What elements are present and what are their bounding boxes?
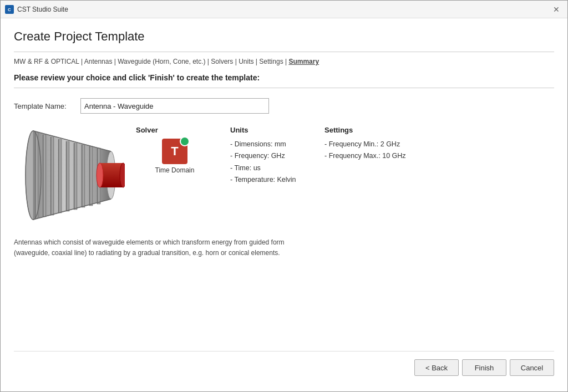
title-divider bbox=[14, 52, 554, 52]
template-name-input[interactable] bbox=[80, 98, 269, 114]
solver-icon-area: T Time Domain bbox=[136, 139, 214, 174]
antenna-illustration bbox=[14, 123, 125, 225]
solver-header: Solver bbox=[136, 126, 214, 134]
units-header: Units bbox=[230, 126, 308, 134]
page-title: Create Project Template bbox=[14, 29, 554, 44]
svg-rect-10 bbox=[89, 146, 93, 206]
cancel-button[interactable]: Cancel bbox=[510, 359, 554, 376]
footer: < Back Finish Cancel bbox=[14, 351, 554, 380]
description-text: Antennas which consist of waveguide elem… bbox=[14, 237, 302, 258]
main-info-area: Solver T Time Domain Units - Dimensions:… bbox=[14, 123, 554, 225]
breadcrumb-summary: Summary bbox=[288, 58, 319, 65]
window-title: CST Studio Suite bbox=[17, 6, 68, 13]
svg-rect-8 bbox=[74, 143, 77, 210]
breadcrumb-antennas: Antennas bbox=[84, 58, 113, 65]
breadcrumb-settings: Settings bbox=[259, 58, 283, 65]
app-icon: C bbox=[5, 5, 14, 14]
solver-column: Solver T Time Domain bbox=[136, 126, 214, 186]
units-item-dimensions: - Dimensions: mm bbox=[230, 139, 308, 150]
breadcrumb-solvers: Solvers bbox=[211, 58, 233, 65]
units-item-temperature: - Temperature: Kelvin bbox=[230, 174, 308, 186]
solver-icon-letter: T bbox=[171, 144, 178, 159]
settings-item-freq-min: - Frequency Min.: 2 GHz bbox=[324, 139, 406, 150]
title-bar: C CST Studio Suite ✕ bbox=[1, 1, 567, 18]
units-list: - Dimensions: mm - Frequency: GHz - Time… bbox=[230, 139, 308, 186]
settings-item-freq-max: - Frequency Max.: 10 GHz bbox=[324, 150, 406, 162]
svg-rect-5 bbox=[50, 137, 54, 215]
units-column: Units - Dimensions: mm - Frequency: GHz … bbox=[230, 126, 308, 186]
title-bar-left: C CST Studio Suite bbox=[5, 5, 68, 14]
main-content: Create Project Template MW & RF & OPTICA… bbox=[1, 18, 567, 391]
units-item-frequency: - Frequency: GHz bbox=[230, 150, 308, 162]
finish-button[interactable]: Finish bbox=[462, 359, 506, 376]
back-button[interactable]: < Back bbox=[414, 359, 459, 376]
solver-icon: T bbox=[162, 139, 187, 164]
svg-point-14 bbox=[97, 163, 103, 187]
svg-rect-9 bbox=[82, 145, 85, 207]
svg-rect-3 bbox=[35, 133, 38, 218]
settings-column: Settings - Frequency Min.: 2 GHz - Frequ… bbox=[324, 126, 406, 186]
settings-list: - Frequency Min.: 2 GHz - Frequency Max.… bbox=[324, 139, 406, 162]
instruction-text: Please review your choice and click 'Fin… bbox=[14, 73, 554, 88]
template-name-label: Template Name: bbox=[14, 102, 80, 110]
svg-rect-4 bbox=[43, 135, 46, 217]
close-button[interactable]: ✕ bbox=[550, 3, 563, 16]
template-name-row: Template Name: bbox=[14, 98, 554, 114]
main-window: C CST Studio Suite ✕ Create Project Temp… bbox=[0, 0, 568, 392]
svg-rect-6 bbox=[58, 139, 62, 213]
svg-text:C: C bbox=[8, 7, 11, 12]
info-columns: Solver T Time Domain Units - Dimensions:… bbox=[136, 123, 406, 186]
breadcrumb-units: Units bbox=[239, 58, 253, 65]
solver-name: Time Domain bbox=[155, 166, 195, 174]
svg-rect-7 bbox=[66, 141, 69, 211]
units-item-time: - Time: us bbox=[230, 162, 308, 174]
settings-header: Settings bbox=[324, 126, 406, 134]
breadcrumb-waveguide: Waveguide (Horn, Cone, etc.) bbox=[118, 58, 205, 65]
svg-point-15 bbox=[120, 163, 125, 187]
breadcrumb-mw: MW & RF & OPTICAL bbox=[14, 58, 79, 65]
breadcrumb: MW & RF & OPTICAL | Antennas | Waveguide… bbox=[14, 58, 554, 65]
